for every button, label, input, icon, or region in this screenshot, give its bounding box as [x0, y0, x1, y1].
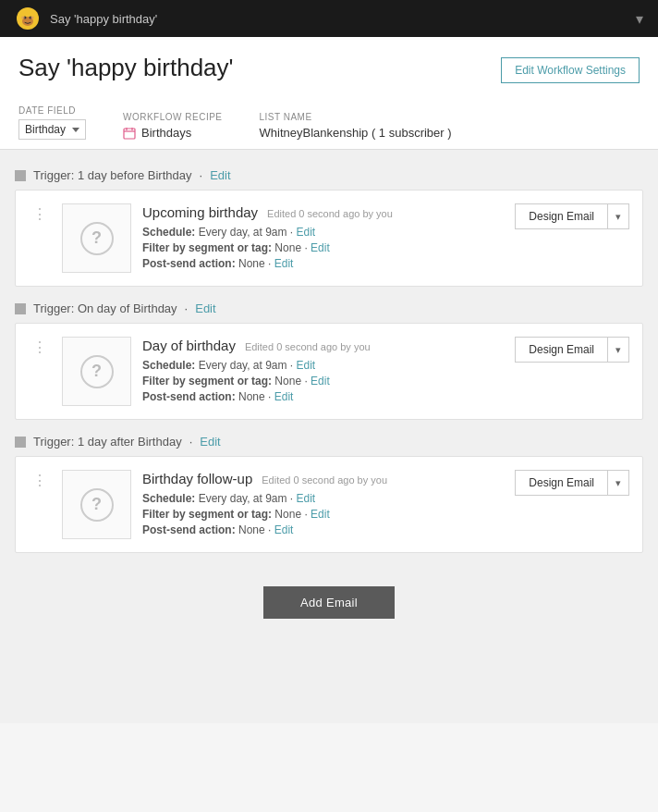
list-name-value: WhitneyBlankenship ( 1 subscriber ): [260, 126, 452, 140]
date-field-value: Birthday: [18, 119, 86, 140]
design-email-group-2: Design Email ▾: [515, 337, 629, 363]
email-placeholder-icon: ?: [80, 488, 114, 522]
email-postsend-2: Post-send action: None · Edit: [142, 390, 504, 403]
svg-point-4: [21, 17, 25, 19]
email-name-1: Upcoming birthday: [142, 204, 258, 220]
filter-edit-link-3[interactable]: Edit: [311, 508, 330, 521]
date-field-select[interactable]: Birthday: [18, 119, 86, 140]
trigger-label-2: Trigger: On day of Birthday · Edit: [15, 301, 643, 315]
email-schedule-1: Schedule: Every day, at 9am · Edit: [142, 226, 504, 239]
design-email-group-1: Design Email ▾: [515, 203, 629, 229]
email-edited-2: Edited 0 second ago by you: [245, 341, 371, 352]
mailchimp-logo-icon: [15, 6, 41, 31]
trigger-edit-link-3[interactable]: Edit: [200, 435, 220, 449]
email-thumbnail-3: ?: [62, 470, 131, 539]
svg-point-5: [30, 17, 34, 19]
meta-bar: Date Field Birthday Workflow recipe: [18, 98, 640, 149]
trigger-square-icon: [15, 437, 26, 448]
email-placeholder-icon: ?: [80, 222, 114, 255]
postsend-edit-link-1[interactable]: Edit: [274, 257, 294, 270]
add-email-button[interactable]: Add Email: [263, 586, 395, 619]
design-email-dropdown-button-1[interactable]: ▾: [607, 203, 629, 229]
trigger-text-1: Trigger: 1 day before Birthday: [33, 168, 192, 182]
design-email-button-2[interactable]: Design Email: [515, 337, 607, 363]
trigger-label-1: Trigger: 1 day before Birthday · Edit: [15, 168, 643, 182]
top-nav-dropdown-arrow-icon[interactable]: ▾: [636, 10, 643, 28]
design-email-button-3[interactable]: Design Email: [515, 470, 607, 496]
date-field-meta: Date Field Birthday: [18, 98, 104, 149]
email-postsend-3: Post-send action: None · Edit: [142, 523, 504, 536]
top-nav-title: Say 'happy birthday': [50, 12, 157, 26]
list-name-label: List name: [260, 112, 452, 122]
top-nav-left: Say 'happy birthday': [15, 6, 157, 31]
trigger-text-2: Trigger: On day of Birthday: [33, 301, 177, 315]
email-info-1: Upcoming birthday Edited 0 second ago by…: [142, 204, 504, 273]
page-title: Say 'happy birthday': [18, 54, 234, 82]
schedule-edit-link-3[interactable]: Edit: [297, 492, 316, 505]
email-placeholder-icon: ?: [80, 355, 114, 388]
main-content: Trigger: 1 day before Birthday · Edit ⋮ …: [0, 150, 658, 723]
triggers-container: Trigger: 1 day before Birthday · Edit ⋮ …: [15, 168, 643, 553]
workflow-recipe-meta: Workflow recipe Birthdays: [123, 105, 241, 149]
email-postsend-1: Post-send action: None · Edit: [142, 257, 504, 270]
filter-edit-link-2[interactable]: Edit: [311, 375, 330, 388]
email-schedule-3: Schedule: Every day, at 9am · Edit: [142, 492, 504, 505]
design-email-dropdown-button-3[interactable]: ▾: [607, 470, 629, 496]
email-name-row-3: Birthday follow-up Edited 0 second ago b…: [142, 471, 504, 486]
add-email-section: Add Email: [15, 568, 643, 628]
date-field-label: Date Field: [18, 105, 86, 116]
page-header: Say 'happy birthday' Edit Workflow Setti…: [0, 37, 658, 150]
email-info-2: Day of birthday Edited 0 second ago by y…: [142, 338, 504, 406]
trigger-label-3: Trigger: 1 day after Birthday · Edit: [15, 435, 643, 449]
email-card-1: ⋮ ? Upcoming birthday Edited 0 second ag…: [15, 190, 643, 287]
trigger-square-icon: [15, 303, 26, 314]
trigger-edit-link-2[interactable]: Edit: [195, 301, 215, 315]
email-name-2: Day of birthday: [142, 338, 236, 353]
postsend-edit-link-2[interactable]: Edit: [274, 390, 294, 403]
page-header-top: Say 'happy birthday' Edit Workflow Setti…: [18, 54, 640, 83]
email-edited-1: Edited 0 second ago by you: [267, 208, 393, 219]
list-name-meta: List name WhitneyBlankenship ( 1 subscri…: [260, 105, 470, 149]
email-thumbnail-1: ?: [62, 203, 131, 273]
svg-rect-6: [124, 129, 135, 139]
trigger-text-3: Trigger: 1 day after Birthday: [33, 435, 182, 449]
trigger-square-icon: [15, 170, 26, 181]
email-info-3: Birthday follow-up Edited 0 second ago b…: [142, 471, 504, 539]
email-card-3: ⋮ ? Birthday follow-up Edited 0 second a…: [15, 456, 643, 553]
email-schedule-2: Schedule: Every day, at 9am · Edit: [142, 359, 504, 372]
filter-edit-link-1[interactable]: Edit: [311, 241, 330, 254]
email-card-2: ⋮ ? Day of birthday Edited 0 second ago …: [15, 323, 643, 420]
drag-handle-icon[interactable]: ⋮: [29, 205, 51, 223]
workflow-recipe-label: Workflow recipe: [123, 112, 223, 122]
email-thumbnail-2: ?: [62, 337, 131, 406]
workflow-recipe-name: Birthdays: [141, 126, 191, 140]
trigger-section-3: Trigger: 1 day after Birthday · Edit ⋮ ?…: [15, 435, 643, 553]
drag-handle-icon[interactable]: ⋮: [29, 338, 51, 356]
design-email-group-3: Design Email ▾: [515, 470, 629, 496]
email-edited-3: Edited 0 second ago by you: [262, 474, 387, 486]
email-filter-3: Filter by segment or tag: None · Edit: [142, 508, 504, 521]
drag-handle-icon[interactable]: ⋮: [29, 472, 51, 489]
calendar-icon: [123, 127, 136, 140]
workflow-recipe-value: Birthdays: [123, 126, 223, 140]
schedule-edit-link-1[interactable]: Edit: [297, 226, 316, 239]
trigger-section-1: Trigger: 1 day before Birthday · Edit ⋮ …: [15, 168, 643, 287]
trigger-section-2: Trigger: On day of Birthday · Edit ⋮ ? D…: [15, 301, 643, 420]
design-email-button-1[interactable]: Design Email: [515, 203, 607, 229]
email-name-3: Birthday follow-up: [142, 471, 252, 486]
postsend-edit-link-3[interactable]: Edit: [274, 523, 294, 536]
trigger-edit-link-1[interactable]: Edit: [210, 168, 230, 182]
email-filter-2: Filter by segment or tag: None · Edit: [142, 375, 504, 388]
email-filter-1: Filter by segment or tag: None · Edit: [142, 241, 504, 254]
design-email-dropdown-button-2[interactable]: ▾: [607, 337, 629, 363]
edit-workflow-settings-button[interactable]: Edit Workflow Settings: [501, 57, 640, 83]
email-name-row-2: Day of birthday Edited 0 second ago by y…: [142, 338, 504, 353]
schedule-edit-link-2[interactable]: Edit: [297, 359, 316, 372]
top-navigation: Say 'happy birthday' ▾: [0, 0, 658, 37]
email-name-row-1: Upcoming birthday Edited 0 second ago by…: [142, 204, 504, 220]
